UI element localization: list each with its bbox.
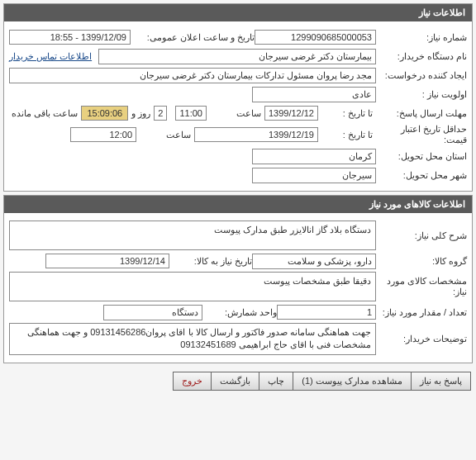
time-label-1: ساعت [207, 108, 264, 119]
desc-field: دستگاه بلاد گاز انالایزر طبق مدارک پیوست [9, 221, 376, 250]
until-label-2: تا تاریخ : [318, 130, 376, 140]
days-remaining-field: 2 [154, 106, 167, 121]
deadline-label: مهلت ارسال پاسخ: [376, 108, 467, 119]
priority-label: اولویت نیاز : [376, 89, 467, 100]
need-goods-date-label: تاریخ نیاز به کالا: [169, 256, 252, 267]
priority-field: عادی [252, 87, 376, 102]
need-info-panel: اطلاعات نیاز شماره نیاز: 129909068500005… [3, 3, 473, 192]
province-label: استان محل تحویل: [376, 151, 467, 162]
validity-label: حداقل تاریخ اعتبار قیمت: [376, 124, 467, 145]
countdown-timer: 15:09:06 [81, 106, 128, 121]
announce-datetime-field: 1399/12/09 - 18:55 [9, 30, 131, 45]
buyer-label: نام دستگاه خریدار: [376, 51, 467, 62]
group-label: گروه کالا: [376, 256, 467, 267]
validity-time-field: 12:00 [70, 127, 136, 142]
buyer-field: بیمارستان دکتر غرضی سیرجان [98, 49, 376, 64]
goods-info-header: اطلاعات کالاهای مورد نیاز [4, 196, 472, 213]
goods-info-panel: اطلاعات کالاهای مورد نیاز شرح کلی نیاز: … [3, 195, 473, 363]
group-field: دارو، پزشکی و سلامت [252, 254, 376, 269]
respond-button[interactable]: پاسخ به نیاز [411, 372, 471, 391]
print-button[interactable]: چاپ [259, 372, 293, 391]
buyer-notes-field: جهت هماهنگی سامانه صدور فاکتور و ارسال ک… [9, 323, 376, 355]
need-goods-date-field: 1399/12/14 [45, 254, 169, 268]
back-button[interactable]: بازگشت [211, 372, 259, 391]
contact-buyer-link[interactable]: اطلاعات تماس خریدار [9, 51, 92, 62]
qty-field: 1 [277, 305, 376, 320]
province-field: کرمان [252, 149, 376, 164]
deadline-date-field: 1399/12/12 [264, 106, 318, 121]
spec-field: دقیقا طبق مشخصات پیوست [9, 272, 376, 301]
buyer-notes-label: توضیحات خریدار: [376, 334, 467, 344]
need-info-body: شماره نیاز: 1299090685000053 تاریخ و ساع… [4, 21, 472, 191]
requester-field: مجد رضا پروان مسئول تدارکات بیمارستان دک… [9, 68, 376, 83]
desc-label: شرح کلی نیاز: [376, 230, 467, 241]
requester-label: ایجاد کننده درخواست: [376, 70, 467, 81]
goods-info-body: شرح کلی نیاز: دستگاه بلاد گاز انالایزر ط… [4, 213, 472, 363]
validity-date-field: 1399/12/19 [194, 127, 318, 142]
timer-suffix: ساعت باقی مانده [8, 108, 81, 119]
days-label: روز و [128, 108, 154, 119]
exit-button[interactable]: خروج [173, 372, 211, 391]
city-field: سیرجان [252, 168, 376, 183]
action-bar: پاسخ به نیاز مشاهده مدارک پیوست (1) چاپ … [0, 367, 476, 396]
need-info-header: اطلاعات نیاز [4, 4, 472, 21]
city-label: شهر محل تحویل: [376, 170, 467, 181]
until-label: تا تاریخ : [318, 108, 376, 119]
time-label-2: ساعت [136, 130, 194, 140]
need-number-label: شماره نیاز: [376, 32, 467, 43]
need-number-field: 1299090685000053 [255, 30, 376, 45]
view-docs-button[interactable]: مشاهده مدارک پیوست (1) [293, 372, 411, 391]
qty-label: تعداد / مقدار مورد نیاز: [376, 307, 467, 318]
unit-label: واحد شمارش: [202, 307, 277, 318]
spec-label: مشخصات کالای مورد نیاز: [376, 276, 467, 297]
deadline-time-field: 11:00 [175, 106, 207, 121]
unit-field: دستگاه [103, 305, 202, 320]
announce-datetime-label: تاریخ و ساعت اعلان عمومی: [131, 32, 255, 43]
